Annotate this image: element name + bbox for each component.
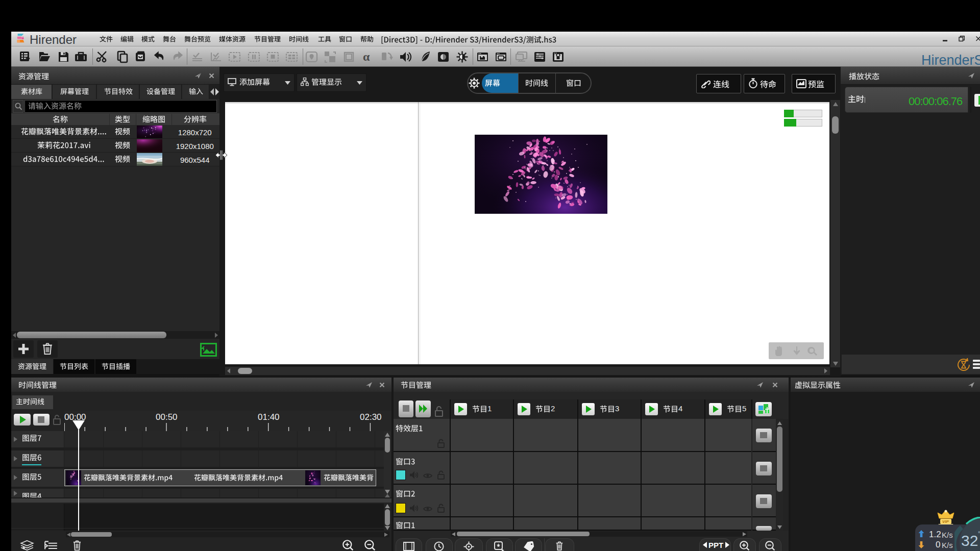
svg-text:32: 32 <box>961 532 978 549</box>
svg-text:α: α <box>363 50 370 63</box>
svg-text:VIP: VIP <box>942 519 949 524</box>
svg-text:°: ° <box>978 530 980 536</box>
